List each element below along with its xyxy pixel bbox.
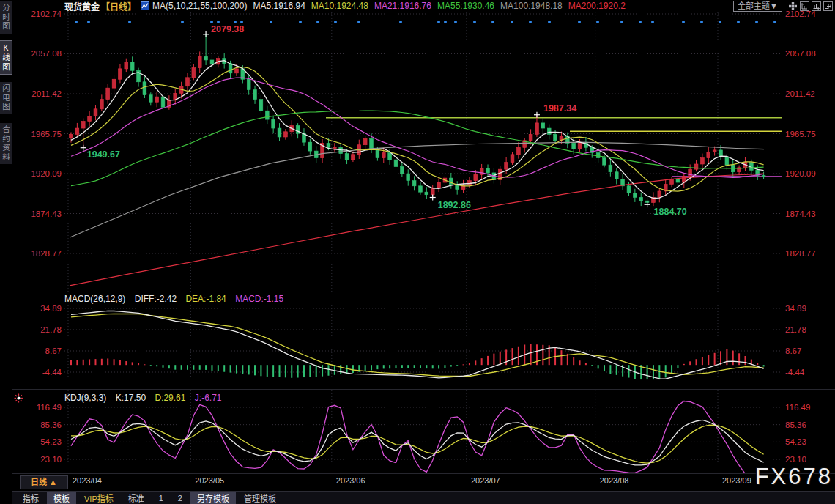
all-themes-dropdown[interactable]: 全部主题▼ (733, 1, 782, 12)
sidebar-item-time-chart[interactable]: 分时图 (0, 1, 12, 34)
svg-text:2057.08: 2057.08 (785, 49, 816, 58)
alert-burst-icon[interactable] (14, 393, 23, 406)
date-label: 2023/04 (73, 476, 102, 485)
svg-text:23.10: 23.10 (40, 455, 62, 464)
scale-x-axis-icon[interactable] (812, 1, 821, 11)
kdj-d-value: D:29.61 (155, 393, 185, 403)
svg-text:1920.09: 1920.09 (31, 169, 62, 178)
svg-text:1828.77: 1828.77 (31, 249, 62, 258)
svg-text:85.36: 85.36 (40, 420, 62, 429)
kdj-header: KDJ(9,3,3) K:17.50 D:29.61 J:-6.71 (64, 393, 228, 403)
svg-text:-4.44: -4.44 (785, 368, 805, 377)
svg-text:2011.42: 2011.42 (31, 89, 62, 98)
kdj-k-value: K:17.50 (116, 393, 146, 403)
period-selector-button[interactable]: 日线 ▲ (20, 475, 68, 489)
svg-text:1884.70: 1884.70 (654, 207, 687, 217)
ma100-value: MA100:1948.18 (500, 1, 563, 11)
svg-text:34.89: 34.89 (40, 304, 62, 313)
svg-text:85.36: 85.36 (785, 420, 806, 429)
popout-icon[interactable] (823, 1, 833, 11)
svg-text:1828.77: 1828.77 (785, 249, 816, 258)
svg-text:1874.43: 1874.43 (31, 210, 62, 218)
kdj-title: KDJ(9,3,3) (64, 393, 106, 403)
bottom-toolbar: 指标 模板 VIP指标 标准 1 2 另存模板 管理模板 (0, 491, 835, 504)
ma200-value: MA200:1920.2 (568, 1, 626, 11)
svg-text:116.49: 116.49 (785, 403, 810, 412)
kdj-j-value: J:-6.71 (195, 393, 222, 403)
save-as-template[interactable]: 另存模板 (190, 492, 236, 504)
macd-title: MACD(26,12,9) (64, 294, 125, 304)
date-axis: 2023/042023/052023/062023/072023/082023/… (0, 476, 835, 489)
date-label: 2023/08 (600, 476, 629, 485)
chart-type-icon[interactable] (141, 1, 149, 10)
tab-template-2[interactable]: 2 (171, 493, 189, 503)
chart-canvas[interactable]: 2102.742102.742057.082057.082011.422011.… (0, 0, 835, 504)
macd-dea-value: DEA:-1.84 (185, 294, 226, 304)
tab-indicators[interactable]: 指标 (16, 492, 45, 504)
svg-text:2011.42: 2011.42 (785, 89, 815, 98)
sidebar-item-contract-info[interactable]: 合约资料 (0, 123, 12, 164)
svg-text:54.23: 54.23 (785, 437, 806, 446)
svg-text:1874.43: 1874.43 (785, 210, 816, 218)
macd-macd-value: MACD:-1.15 (235, 294, 283, 304)
macd-header: MACD(26,12,9) DIFF:-2.42 DEA:-1.84 MACD:… (64, 294, 290, 304)
svg-text:2079.38: 2079.38 (211, 24, 244, 34)
grid-layout-icon[interactable] (788, 1, 798, 11)
svg-text:1892.86: 1892.86 (438, 200, 471, 210)
svg-text:1965.75: 1965.75 (31, 130, 62, 138)
svg-text:-4.44: -4.44 (42, 368, 62, 377)
svg-text:1920.09: 1920.09 (785, 169, 816, 178)
symbol-title: 现货黄金 (64, 0, 100, 12)
sidebar-item-lightning-chart[interactable]: 闪电图 (0, 82, 12, 114)
svg-text:54.23: 54.23 (40, 437, 62, 446)
svg-text:34.89: 34.89 (785, 304, 806, 313)
ma55-value: MA55:1930.46 (437, 1, 494, 11)
tab-template-1[interactable]: 1 (152, 493, 170, 503)
tab-templates[interactable]: 模板 (47, 492, 76, 504)
svg-text:1965.75: 1965.75 (785, 130, 816, 138)
svg-text:8.67: 8.67 (785, 346, 801, 355)
ma10-value: MA10:1924.48 (311, 1, 368, 11)
svg-text:1949.67: 1949.67 (87, 149, 120, 160)
manage-templates[interactable]: 管理模板 (237, 492, 283, 504)
svg-text:21.78: 21.78 (40, 325, 62, 334)
date-label: 2023/09 (722, 476, 752, 485)
svg-text:23.10: 23.10 (785, 455, 806, 464)
ma-param-label: MA(5,10,21,55,100,200) (152, 1, 247, 11)
scale-y-axis-icon[interactable] (800, 1, 809, 11)
svg-text:1987.34: 1987.34 (543, 103, 576, 114)
svg-text:8.67: 8.67 (45, 346, 62, 355)
svg-text:2057.08: 2057.08 (31, 49, 62, 58)
period-tag: 【日线】 (101, 0, 136, 12)
date-label: 2023/05 (195, 476, 224, 485)
chart-header: 现货黄金 【日线】 MA(5,10,21,55,100,200) MA5:191… (12, 0, 835, 12)
svg-text:116.49: 116.49 (37, 403, 62, 412)
sidebar: 分时图 K线图 闪电图 合约资料 (0, 0, 12, 504)
ma5-value: MA5:1916.94 (253, 1, 305, 11)
fx678-watermark: FX678 (755, 464, 833, 490)
tab-vip-indicators[interactable]: VIP指标 (78, 492, 120, 504)
date-label: 2023/07 (471, 476, 500, 485)
sidebar-item-kline-chart[interactable]: K线图 (0, 41, 12, 74)
macd-diff-value: DIFF:-2.42 (135, 294, 177, 304)
trading-app-window: 2102.742102.742057.082057.082011.422011.… (0, 0, 835, 504)
tab-standard[interactable]: 标准 (122, 492, 151, 504)
ma21-value: MA21:1916.76 (374, 1, 431, 11)
svg-text:21.78: 21.78 (785, 325, 806, 334)
date-label: 2023/06 (336, 476, 365, 485)
